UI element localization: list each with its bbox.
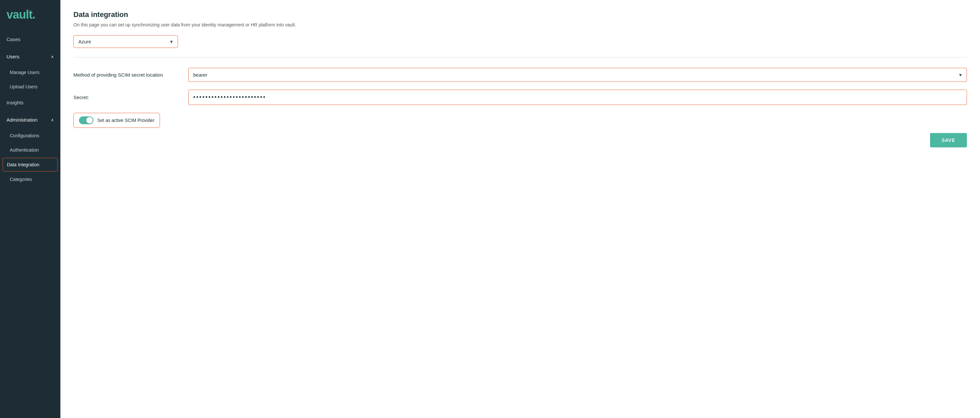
sidebar-sub-item-upload-users[interactable]: Upload Users (0, 79, 60, 94)
secret-label: Secret: (73, 95, 178, 100)
save-button[interactable]: SAVE (930, 133, 967, 147)
sidebar-sub-item-categories[interactable]: Categories (0, 172, 60, 187)
sidebar-item-administration-label: Administration (6, 117, 38, 123)
chevron-up-icon: ∧ (51, 54, 54, 59)
secret-row: Secret: (73, 90, 967, 105)
scim-method-select[interactable]: bearer header query (189, 68, 967, 82)
divider (73, 57, 967, 57)
secret-field-wrapper (188, 90, 967, 105)
toggle-row: Set as active SCIM Provider (73, 113, 967, 128)
scim-method-label: Method of providing SCIM secret location (73, 72, 178, 78)
save-row: SAVE (73, 133, 967, 147)
sidebar: vault. Cases Users ∧ Manage Users Upload… (0, 0, 60, 418)
sidebar-item-insights-label: Insights (6, 100, 24, 105)
logo: vault. (0, 0, 60, 31)
toggle-knob (86, 117, 93, 124)
chevron-up-icon-admin: ∧ (51, 118, 54, 122)
sidebar-item-administration[interactable]: Administration ∧ (0, 111, 60, 128)
sidebar-item-insights[interactable]: Insights (0, 94, 60, 111)
sidebar-sub-item-configurations[interactable]: Configurations (0, 128, 60, 143)
sidebar-item-cases-label: Cases (6, 36, 21, 42)
provider-select-wrapper: Azure Okta Google Workspace Custom ▼ (73, 35, 178, 48)
scim-toggle-switch[interactable] (79, 116, 93, 124)
scim-method-field-wrapper: bearer header query ▼ (188, 68, 967, 82)
main-content: Data integration On this page you can se… (60, 0, 980, 418)
page-title: Data integration (73, 10, 967, 19)
sidebar-item-cases[interactable]: Cases (0, 31, 60, 48)
toggle-label: Set as active SCIM Provider (97, 118, 154, 123)
secret-input[interactable] (189, 90, 967, 104)
logo-text: vault. (6, 8, 35, 21)
page-description: On this page you can set up synchronizin… (73, 22, 967, 27)
sidebar-item-users[interactable]: Users ∧ (0, 48, 60, 65)
sidebar-item-users-label: Users (6, 54, 19, 59)
scim-method-row: Method of providing SCIM secret location… (73, 68, 967, 82)
provider-select[interactable]: Azure Okta Google Workspace Custom (74, 36, 178, 48)
form-section: Method of providing SCIM secret location… (73, 68, 967, 128)
sidebar-sub-item-data-integration[interactable]: Data Integration (3, 158, 58, 171)
sidebar-sub-item-manage-users[interactable]: Manage Users (0, 65, 60, 79)
sidebar-sub-item-authentication[interactable]: Authentication (0, 143, 60, 157)
scim-toggle-wrapper[interactable]: Set as active SCIM Provider (73, 113, 160, 128)
